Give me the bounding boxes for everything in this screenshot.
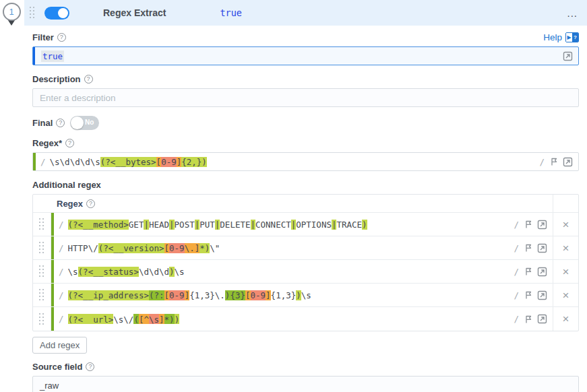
row-drag-cell[interactable] (33, 236, 51, 259)
description-placeholder: Enter a description (40, 93, 116, 103)
regex-label-row: Regex* ? (32, 138, 579, 148)
source-field-input[interactable]: _raw (32, 376, 579, 392)
test-regex-flag-icon[interactable] (549, 157, 559, 167)
final-label: Final (32, 118, 53, 128)
description-input[interactable]: Enter a description (32, 88, 579, 107)
additional-regex-row: / (?<__url>\s\/([^\s]*)) / × (33, 307, 578, 331)
row-remove-cell: × (553, 307, 578, 331)
drag-handle-icon[interactable] (30, 7, 35, 19)
remove-row-icon[interactable]: × (563, 290, 569, 301)
regex-help-icon[interactable]: ? (65, 139, 74, 148)
source-field-value[interactable]: _raw (40, 381, 59, 391)
row-regex-editor[interactable]: / HTTP\/(?<__version>[0-9\.]*)\" / (51, 236, 553, 259)
function-enabled-toggle[interactable] (44, 7, 69, 20)
final-toggle-knob (71, 117, 84, 129)
final-help-icon[interactable]: ? (56, 119, 65, 127)
final-toggle[interactable]: No (70, 116, 99, 130)
help-play-glyph: ▶ (566, 33, 572, 42)
row-regex-editor[interactable]: / (?<__url>\s\/([^\s]*)) / (51, 307, 553, 331)
drag-handle-icon[interactable] (39, 289, 44, 301)
remove-row-icon[interactable]: × (563, 242, 569, 254)
filter-cursor-bar (33, 47, 35, 65)
function-title: Regex Extract (103, 7, 166, 18)
function-header[interactable]: Regex Extract true ... (24, 0, 587, 26)
regex-close-slash: / (514, 314, 519, 324)
row-drag-cell[interactable] (33, 284, 51, 306)
regex-open-slash: / (54, 314, 68, 324)
row-regex-editor[interactable]: / (?<__ip_address>(?:[0-9]{1,3}\.){3}[0-… (51, 284, 553, 306)
toggle-knob (58, 8, 68, 18)
expand-editor-icon[interactable] (563, 51, 573, 61)
description-help-icon[interactable]: ? (84, 75, 93, 84)
row-regex-value[interactable]: HTTP\/(?<__version>[0-9\.]*)\" (68, 243, 514, 253)
test-regex-flag-icon[interactable] (523, 314, 533, 324)
function-config-panel: 1 Regex Extract true ... Filter ? Help ▶… (0, 0, 587, 392)
test-regex-flag-icon[interactable] (523, 267, 533, 277)
remove-row-icon[interactable]: × (563, 313, 569, 325)
row-regex-value[interactable]: (?<__ip_address>(?:[0-9]{1,3}\.){3}[0-9]… (68, 290, 514, 300)
remove-row-icon[interactable]: × (563, 266, 569, 277)
regex-close-slash: / (514, 267, 519, 277)
regex-main-value[interactable]: \s\d\d\d\s(?<__bytes>[0-9]{2,}) (50, 157, 540, 167)
source-field-help-icon[interactable]: ? (86, 362, 94, 371)
additional-regex-table: Regex ? / (?<__method>GET|HEAD|POST|PUT|… (32, 194, 579, 331)
row-drag-cell[interactable] (33, 307, 51, 331)
header-remove-spacer (553, 195, 578, 212)
description-label: Description (32, 74, 81, 84)
final-toggle-state: No (85, 119, 94, 126)
filter-help-icon[interactable]: ? (57, 33, 66, 42)
additional-regex-rows: / (?<__method>GET|HEAD|POST|PUT|DELETE|C… (33, 213, 578, 331)
row-remove-cell: × (553, 260, 578, 283)
row-regex-editor[interactable]: / \s(?<__status>\d\d\d)\s / (51, 260, 553, 283)
expand-editor-icon[interactable] (537, 314, 547, 324)
regex-open-slash: / (54, 220, 68, 230)
row-regex-value[interactable]: \s(?<__status>\d\d\d)\s (68, 267, 514, 277)
regex-main-input[interactable]: / \s\d\d\d\s(?<__bytes>[0-9]{2,}) / (32, 152, 579, 171)
regex-open-slash: / (54, 267, 68, 277)
row-regex-value[interactable]: (?<__url>\s\/([^\s]*)) (68, 314, 514, 324)
row-remove-cell: × (553, 284, 578, 306)
help-question-glyph: ? (572, 33, 578, 42)
expand-editor-icon[interactable] (563, 157, 573, 167)
regex-open-slash: / (54, 290, 68, 300)
filter-value[interactable]: true (41, 51, 64, 62)
row-remove-cell: × (553, 236, 578, 259)
drag-handle-icon[interactable] (39, 313, 44, 325)
regex-column-help-icon[interactable]: ? (86, 199, 95, 208)
drag-handle-icon[interactable] (39, 242, 44, 254)
expand-editor-icon[interactable] (537, 220, 547, 230)
source-field-label-row: Source field ? (32, 362, 579, 372)
additional-regex-label: Additional regex (32, 180, 101, 190)
row-remove-cell: × (553, 213, 578, 236)
additional-regex-row: / (?<__method>GET|HEAD|POST|PUT|DELETE|C… (33, 213, 578, 236)
test-regex-flag-icon[interactable] (523, 243, 533, 253)
function-filter-preview: true (220, 7, 242, 18)
drag-handle-icon[interactable] (39, 265, 44, 277)
remove-row-icon[interactable]: × (563, 219, 569, 230)
test-regex-flag-icon[interactable] (523, 290, 533, 300)
help-link[interactable]: Help ▶ ? (543, 32, 579, 42)
source-field-label: Source field (32, 362, 82, 372)
expand-editor-icon[interactable] (537, 290, 547, 300)
expand-editor-icon[interactable] (537, 267, 547, 277)
header-drag-spacer (33, 195, 51, 212)
filter-input[interactable]: true (32, 46, 579, 65)
row-drag-cell[interactable] (33, 260, 51, 283)
row-regex-editor[interactable]: / (?<__method>GET|HEAD|POST|PUT|DELETE|C… (51, 213, 553, 236)
row-drag-cell[interactable] (33, 213, 51, 236)
row-regex-value[interactable]: (?<__method>GET|HEAD|POST|PUT|DELETE|CON… (68, 220, 514, 230)
help-panel-icon[interactable]: ▶ ? (565, 32, 579, 42)
filter-label-row: Filter ? Help ▶ ? (32, 32, 579, 42)
add-regex-button[interactable]: Add regex (32, 337, 87, 354)
final-row: Final ? No (32, 116, 579, 130)
test-regex-flag-icon[interactable] (523, 220, 533, 230)
regex-close-slash: / (539, 157, 545, 167)
regex-close-slash: / (514, 243, 519, 253)
ellipsis-menu-icon[interactable]: ... (567, 7, 578, 19)
additional-regex-label-row: Additional regex (32, 180, 579, 190)
regex-label: Regex* (32, 138, 62, 148)
expand-editor-icon[interactable] (537, 243, 547, 253)
drag-handle-icon[interactable] (39, 218, 44, 230)
help-label[interactable]: Help (543, 32, 562, 42)
regex-close-slash: / (514, 290, 519, 300)
